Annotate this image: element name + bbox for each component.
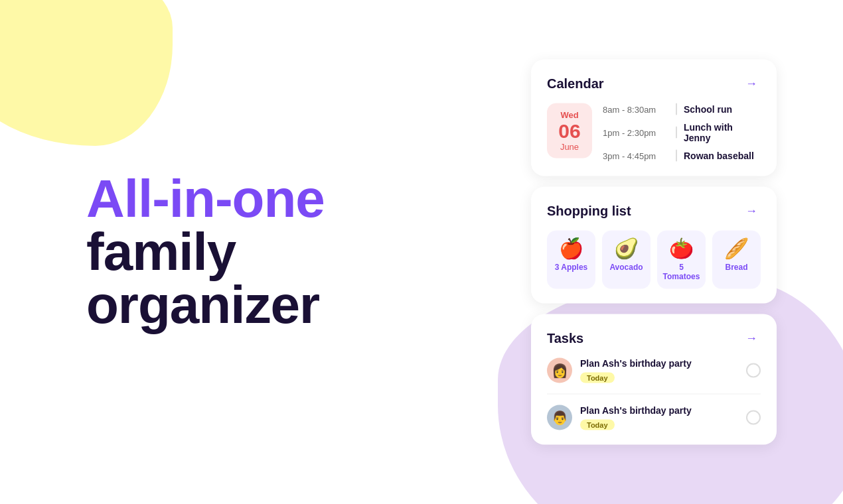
event-divider-1 (676, 103, 677, 115)
shopping-card-header: Shopping list → (547, 202, 761, 220)
calendar-title: Calendar (547, 76, 604, 91)
hero-line-2: family (86, 225, 325, 279)
tasks-title: Tasks (547, 330, 583, 346)
task-info-1: Plan Ash's birthday party Today (580, 358, 738, 383)
event-time-1: 8am - 8:30am (603, 104, 669, 114)
hero-line-3: organizer (86, 279, 325, 332)
avatar-male: 👨 (547, 405, 572, 430)
tasks-card: Tasks → 👩 Plan Ash's birthday party Toda… (531, 314, 777, 445)
shopping-item-apples[interactable]: 🍎 3 Apples (547, 231, 595, 289)
event-row: 3pm - 4:45pm Rowan baseball (603, 150, 761, 162)
task-row-1: 👩 Plan Ash's birthday party Today (547, 358, 761, 383)
bread-label: Bread (725, 263, 747, 272)
hero-line-1: All-in-one (86, 172, 325, 225)
bread-emoji: 🥖 (724, 239, 749, 259)
date-month: June (556, 142, 583, 152)
date-day-name: Wed (556, 110, 583, 120)
shopping-item-tomatoes[interactable]: 🍅 5 Tomatoes (657, 231, 706, 289)
shopping-arrow-button[interactable]: → (742, 202, 761, 220)
calendar-card: Calendar → Wed 06 June 8am - 8:30am Scho… (531, 60, 777, 176)
event-name-3: Rowan baseball (684, 151, 754, 161)
task-checkbox-1[interactable] (746, 363, 761, 378)
yellow-blob-decoration (0, 0, 173, 146)
shopping-card: Shopping list → 🍎 3 Apples 🥑 Avocado 🍅 5… (531, 187, 777, 304)
tasks-list: 👩 Plan Ash's birthday party Today 👨 Plan… (547, 358, 761, 430)
task-tag-2: Today (580, 420, 615, 430)
event-row: 8am - 8:30am School run (603, 103, 761, 115)
tasks-arrow-button[interactable]: → (742, 329, 761, 347)
event-divider-2 (676, 127, 677, 139)
task-tag-1: Today (580, 373, 615, 383)
event-name-1: School run (684, 104, 732, 115)
avatar-female: 👩 (547, 358, 572, 383)
hero-section: All-in-one family organizer (86, 172, 325, 332)
event-time-2: 1pm - 2:30pm (603, 127, 669, 137)
calendar-card-header: Calendar → (547, 74, 761, 93)
task-checkbox-2[interactable] (746, 410, 761, 425)
shopping-item-bread[interactable]: 🥖 Bread (712, 231, 761, 289)
task-name-1: Plan Ash's birthday party (580, 358, 738, 369)
shopping-item-avocado[interactable]: 🥑 Avocado (602, 231, 651, 289)
event-divider-3 (676, 150, 677, 162)
apple-label: 3 Apples (555, 263, 588, 272)
tomato-emoji: 🍅 (669, 239, 694, 259)
shopping-items-list: 🍎 3 Apples 🥑 Avocado 🍅 5 Tomatoes 🥖 Brea… (547, 231, 761, 289)
avocado-emoji: 🥑 (614, 239, 639, 259)
avatar-female-emoji: 👩 (552, 363, 568, 379)
avocado-label: Avocado (609, 263, 643, 272)
date-number: 06 (556, 120, 583, 142)
task-divider (547, 394, 761, 395)
avatar-male-emoji: 👨 (552, 410, 568, 426)
date-badge: Wed 06 June (547, 103, 592, 158)
cards-panel: Calendar → Wed 06 June 8am - 8:30am Scho… (531, 60, 777, 445)
calendar-content: Wed 06 June 8am - 8:30am School run 1pm … (547, 103, 761, 162)
task-row-2: 👨 Plan Ash's birthday party Today (547, 405, 761, 430)
tasks-card-header: Tasks → (547, 329, 761, 347)
tomato-label: 5 Tomatoes (662, 263, 700, 281)
event-time-3: 3pm - 4:45pm (603, 151, 669, 160)
apple-emoji: 🍎 (559, 239, 583, 259)
events-list: 8am - 8:30am School run 1pm - 2:30pm Lun… (603, 103, 761, 162)
task-info-2: Plan Ash's birthday party Today (580, 405, 738, 430)
event-row: 1pm - 2:30pm Lunch with Jenny (603, 122, 761, 143)
event-name-2: Lunch with Jenny (684, 122, 761, 143)
calendar-arrow-button[interactable]: → (742, 74, 761, 93)
task-name-2: Plan Ash's birthday party (580, 405, 738, 416)
shopping-title: Shopping list (547, 203, 631, 218)
